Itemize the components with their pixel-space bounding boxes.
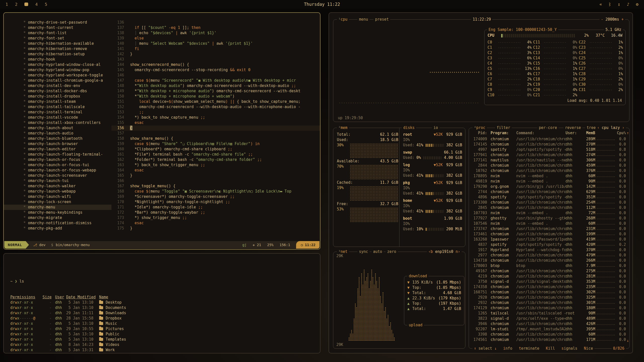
process-row[interactable]: 178895nvimnvim --embed .dhh60M0.0 [471,173,627,179]
process-row[interactable]: 1917HyprlandHyprland --watchdog-fddhh370… [471,247,627,253]
cast-icon[interactable]: « [599,2,602,7]
sort-next-button[interactable]: › [622,125,624,130]
workspace-2[interactable]: 2 [15,2,18,7]
proc-panel-title[interactable]: ⁴proc [472,125,487,130]
file-list-item[interactable]: *omarchy-launch-screensaver [4,173,111,178]
process-row[interactable]: 4997spotify/opt/spotify/spotify --dhh518… [471,147,627,152]
process-row[interactable]: 4896spotify/opt/spotify/spotify --dhh351… [471,195,627,200]
net-sync-button[interactable]: sync [357,249,370,254]
process-row[interactable]: 3750signal-d/usr/lib/signal-desktopdhh35… [471,279,627,284]
process-row[interactable]: 174358chromium/usr/lib/chromium/chromdhh… [471,284,627,290]
volume-icon[interactable]: ♪ [627,2,629,7]
file-list-item[interactable]: *omarchy-lock-screen [4,199,111,205]
file-list-item[interactable]: *omarchy-migrate [4,215,111,220]
interval-increase-button[interactable]: + [621,17,624,22]
file-list-item[interactable]: *omarchy-launch-or-focus [4,157,111,162]
process-row[interactable]: 134710chromium/usr/lib/chromium/chromdhh… [471,258,627,263]
scroll-up-icon[interactable]: ↑ [627,130,629,136]
net-zero-button[interactable]: zero [386,249,398,254]
file-list-item[interactable]: *omarchy-launch-audio [4,131,111,136]
process-row[interactable]: 107703nvimnvim --embed .dhh72M0.0 [471,210,627,216]
file-list-item[interactable]: *omarchy-install-steam [4,99,111,104]
process-row[interactable]: 10762chromium/usr/lib/chromium/chromdhh3… [471,168,627,173]
process-row[interactable]: 4837spotify/opt/spotify/spotify --dhh420… [471,242,627,247]
select-down-icon[interactable]: ↓ [494,346,497,351]
process-row[interactable]: 178003btopbtopdhh7.9M0.0 [471,263,627,268]
process-row[interactable]: 49167chromium/usr/lib/chromium/chromdhh2… [471,268,627,274]
process-row[interactable]: 173747chromium/usr/lib/chromium/chromdhh… [471,226,627,232]
file-list-item[interactable]: *omarchy-font-set [4,36,111,41]
file-list-item[interactable]: *omarchy-launch-walker [4,184,111,189]
process-row[interactable]: 2977chromium/usr/lib/chromium/chromdhh47… [471,253,627,258]
file-list-item[interactable]: *omarchy-launch-bluetooth [4,136,111,141]
process-row[interactable]: 177941chromium/usr/lib/chromium/chromdhh… [471,152,627,158]
file-list-item[interactable]: *omarchy-font-current [4,25,111,30]
footer-nice-button[interactable]: Nice [584,346,593,351]
process-row[interactable]: 1632601passwor/usr/lib/1Password/1pasdhh… [471,237,627,242]
file-list-item[interactable]: *omarchy-hyprland-window-close-al [4,62,111,67]
scroll-down-icon[interactable]: ↓ [627,338,629,343]
file-list-item[interactable]: *omarchy-font-list [4,30,111,36]
file-list-item[interactable]: *omarchy-hibernation-available [4,41,111,46]
file-list-item[interactable]: *omarchy-launch-wifi [4,194,111,199]
sort-prev-button[interactable]: ‹ [597,125,599,130]
process-row[interactable]: 2920chromium/usr/lib/chromium/chromdhh32… [471,295,627,300]
process-row[interactable]: 2844chromium/usr/lib/chromium/chromdhh45… [471,163,627,168]
process-row[interactable]: 49819nvimnvim --embed .dhh90M0.0 [471,179,627,184]
file-list-item[interactable]: *omarchy-install-dropbox [4,94,111,99]
interval-decrease-button[interactable]: - [601,17,603,22]
process-row[interactable]: 174129chromium/usr/lib/chromium/chromdhh… [471,305,627,311]
user-column-header[interactable]: User: [566,130,580,136]
mem-column-header[interactable]: MemB [580,130,595,136]
process-row[interactable]: 160751chromium/usr/lib/chromium/chromdhh… [471,290,627,295]
file-list-item[interactable]: *omarchy-hibernation-remove [4,46,111,52]
topbar-clock[interactable]: Thursday 11:22 [304,2,340,7]
file-list-item[interactable]: *omarchy-install-chromium-google-a [4,78,111,83]
process-row[interactable]: 3946chromium/usr/lib/chromium/chromdhh42… [471,321,627,327]
pid-column-header[interactable]: Pid: [471,130,487,136]
file-list-item[interactable]: *omarchy-launch-or-focus-webapp [4,168,111,173]
file-list-item[interactable]: *omarchy-install-xbox-controllers [4,120,111,125]
workspace-1[interactable]: 1 [6,2,8,7]
workspace-5[interactable]: 5 [45,2,47,7]
file-list-item[interactable]: *omarchy-launch-webapp [4,189,111,194]
process-row[interactable]: 3398chromium/usr/lib/chromium/chromdhh60… [471,332,627,337]
per-core-button[interactable]: per-core [537,125,558,130]
net-auto-button[interactable]: auto [372,249,384,254]
menu-button[interactable]: menu [357,17,370,22]
file-list-item[interactable]: *omarchy-launch-or-focus-tui [4,162,111,168]
file-list-item[interactable]: *omarchy-launch-editor [4,147,111,152]
settings-icon[interactable]: ⚙ [636,2,638,7]
network-icon[interactable]: ↥ [618,2,620,7]
process-row[interactable]: 173300chromium/usr/lib/chromium/chromdhh… [471,200,627,205]
disk-entry[interactable]: root▼52K929 GiBIO%Used:41%382 GiB [403,132,462,148]
file-list-item[interactable]: *omarchy-hyprland-workspace-toggle [4,73,111,78]
file-list-item[interactable]: *omarchy-pkg-add [4,226,111,231]
disk-entry[interactable]: boot1.99 GiBIO%Used:10%200 MiB [403,216,462,232]
reverse-button[interactable]: reverse [564,125,582,130]
file-list-item[interactable]: *omarchy-install-tailscale [4,104,111,110]
filter-button[interactable]: filter [495,125,512,130]
process-row[interactable]: 179290org.gnom/usr/bin/gjs /usr/lib/odhh… [471,184,627,189]
process-row[interactable]: 2744chromium/usr/lib/chromium/chromdhh62… [471,189,627,195]
cpu-panel-title[interactable]: ¹cpu [337,17,349,22]
footer-terminate-button[interactable]: terminate [519,346,539,351]
process-row[interactable]: 177141nautilus/usr/bin/nautilus --newdhh… [471,158,627,163]
terminal-body[interactable]: ~ ❯ ls PermissionsSizeUserDate ModifiedN… [4,254,320,362]
file-list-item[interactable]: *omarchy-drive-set-password [4,20,111,25]
select-control[interactable]: ↑ select ↓ [474,346,497,351]
footer-info-button[interactable]: info [503,346,512,351]
file-list-item[interactable]: *omarchy-launch-about [4,125,111,131]
code-editor[interactable]: 136137 if [[ "$count" -eq 1 ]]; then138 … [111,13,320,242]
file-list-item[interactable]: *omarchy-launch-browser [4,141,111,147]
disk-entry[interactable]: home▼52K929 GiBIO%Used:41%382 GiB [403,198,462,214]
disk-entry[interactable]: log▼52K929 GiBIO%Used:41%382 GiB [403,162,462,178]
process-row[interactable]: 4219chromium/usr/lib/chromium/chromdhh28… [471,274,627,279]
cpu-column-header[interactable]: Cpu% [616,130,627,136]
command-column-header[interactable]: Command: [513,130,566,136]
process-row[interactable]: 174561chromium/usr/lib/chromium/chromdhh… [471,337,627,342]
iface-next-button[interactable]: n› [456,249,460,254]
process-row[interactable]: 107546nvimnvim --embed .dhh60M0.0 [471,221,627,226]
preset-button[interactable]: preset [374,17,390,22]
program-column-header[interactable]: Program: [487,130,513,136]
